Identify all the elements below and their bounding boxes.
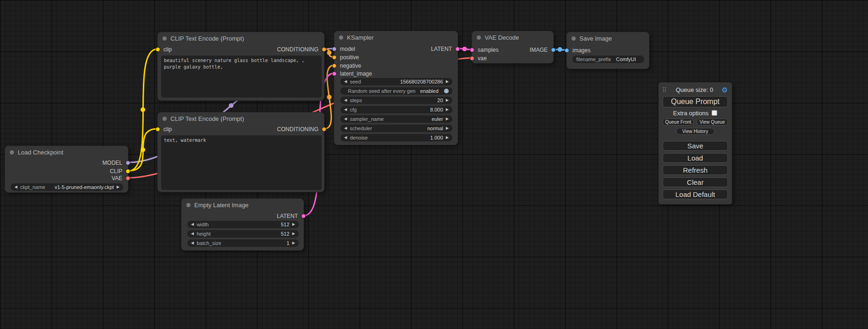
decrement-arrow-icon[interactable]: ◀ xyxy=(344,136,347,140)
node-title-bar[interactable]: CLIP Text Encode (Prompt) xyxy=(158,112,324,125)
load-button[interactable]: Load xyxy=(663,153,728,163)
widget-ckpt-name[interactable]: ◀ ckpt_name v1-5-pruned-emaonly.ckpt ▶ xyxy=(11,183,123,191)
node-save-image[interactable]: Save Image images filename_prefix ComfyU… xyxy=(566,32,649,69)
port-images-input[interactable]: images xyxy=(565,47,591,54)
port-positive-input[interactable]: positive xyxy=(332,54,359,61)
decrement-arrow-icon[interactable]: ◀ xyxy=(344,126,347,130)
image-port-dot[interactable] xyxy=(565,48,569,53)
increment-arrow-icon[interactable]: ▶ xyxy=(446,126,449,130)
latent-port-dot[interactable] xyxy=(301,214,306,218)
conditioning-port-dot[interactable] xyxy=(332,55,337,60)
node-empty-latent-image[interactable]: Empty Latent Image LATENT ◀ width 512 ▶ … xyxy=(181,198,304,251)
latent-port-dot[interactable] xyxy=(332,71,337,76)
node-title-bar[interactable]: KSampler xyxy=(334,31,458,43)
node-title-bar[interactable]: VAE Decode xyxy=(472,31,553,43)
node-ksampler[interactable]: KSampler model positive negative latent_… xyxy=(334,31,458,145)
image-port-dot[interactable] xyxy=(551,48,556,52)
save-button[interactable]: Save xyxy=(663,141,728,151)
increment-arrow-icon[interactable]: ▶ xyxy=(446,108,449,112)
decrement-arrow-icon[interactable]: ◀ xyxy=(344,117,347,121)
node-title-bar[interactable]: Load Checkpoint xyxy=(5,146,128,158)
widget-width[interactable]: ◀ width 512 ▶ xyxy=(187,221,299,228)
queue-prompt-button[interactable]: Queue Prompt xyxy=(663,96,728,107)
port-vae-input[interactable]: vae xyxy=(470,55,487,62)
node-vae-decode[interactable]: VAE Decode samples vae IMAGE xyxy=(472,31,554,63)
port-latent-output[interactable]: LATENT xyxy=(277,213,306,219)
increment-arrow-icon[interactable]: ▶ xyxy=(292,232,295,236)
node-clip-text-encode-positive[interactable]: CLIP Text Encode (Prompt) clip CONDITION… xyxy=(157,32,325,101)
decrement-arrow-icon[interactable]: ◀ xyxy=(191,232,194,236)
node-status-dot[interactable] xyxy=(572,36,576,41)
conditioning-port-dot[interactable] xyxy=(322,47,326,52)
node-title-bar[interactable]: Empty Latent Image xyxy=(182,199,303,211)
widget-cfg[interactable]: ◀ cfg 8.000 ▶ xyxy=(340,106,452,113)
view-queue-button[interactable]: View Queue xyxy=(697,119,728,126)
prompt-textarea[interactable]: beautiful scenery nature glass bottle la… xyxy=(161,56,322,98)
widget-sampler-name[interactable]: ◀ sampler_name euler ▶ xyxy=(340,115,452,123)
settings-gear-icon[interactable]: ⚙ xyxy=(722,86,728,93)
port-conditioning-output[interactable]: CONDITIONING xyxy=(277,126,326,133)
decrement-arrow-icon[interactable]: ◀ xyxy=(14,185,17,189)
conditioning-port-dot[interactable] xyxy=(322,127,326,132)
port-image-output[interactable]: IMAGE xyxy=(529,47,556,53)
node-status-dot[interactable] xyxy=(10,150,14,154)
decrement-arrow-icon[interactable]: ◀ xyxy=(191,223,194,226)
port-clip-input[interactable]: clip xyxy=(155,46,172,53)
port-model-input[interactable]: model xyxy=(332,46,355,52)
drag-handle-icon[interactable] xyxy=(663,87,667,92)
refresh-button[interactable]: Refresh xyxy=(663,165,728,175)
node-title-bar[interactable]: Save Image xyxy=(567,32,649,44)
clip-port-dot[interactable] xyxy=(155,127,160,132)
port-samples-input[interactable]: samples xyxy=(470,47,499,53)
port-latent-image-input[interactable]: latent_image xyxy=(332,70,372,77)
decrement-arrow-icon[interactable]: ◀ xyxy=(344,108,347,112)
node-status-dot[interactable] xyxy=(186,203,191,207)
widget-random-seed-toggle[interactable]: Random seed after every gen enabled xyxy=(340,87,452,95)
load-default-button[interactable]: Load Default xyxy=(663,189,728,199)
increment-arrow-icon[interactable]: ▶ xyxy=(446,136,449,140)
queue-front-button[interactable]: Queue Front xyxy=(663,119,694,126)
extra-options-checkbox[interactable] xyxy=(712,110,717,116)
node-status-dot[interactable] xyxy=(339,35,343,40)
node-canvas[interactable]: Load Checkpoint MODEL CLIP VAE ◀ ckpt_na… xyxy=(0,0,868,329)
increment-arrow-icon[interactable]: ▶ xyxy=(446,117,449,121)
port-vae-output[interactable]: VAE xyxy=(112,175,130,182)
clip-port-dot[interactable] xyxy=(126,169,130,174)
vae-port-dot[interactable] xyxy=(126,176,130,181)
widget-steps[interactable]: ◀ steps 20 ▶ xyxy=(340,97,452,104)
conditioning-port-dot[interactable] xyxy=(332,63,337,68)
port-model-output[interactable]: MODEL xyxy=(102,160,130,166)
node-status-dot[interactable] xyxy=(162,117,167,121)
port-negative-input[interactable]: negative xyxy=(332,63,361,69)
toggle-dot[interactable] xyxy=(444,89,449,93)
latent-port-dot[interactable] xyxy=(470,48,474,52)
node-load-checkpoint[interactable]: Load Checkpoint MODEL CLIP VAE ◀ ckpt_na… xyxy=(5,146,128,193)
decrement-arrow-icon[interactable]: ◀ xyxy=(344,80,347,84)
increment-arrow-icon[interactable]: ▶ xyxy=(292,241,295,245)
increment-arrow-icon[interactable]: ▶ xyxy=(446,80,449,84)
port-clip-output[interactable]: CLIP xyxy=(110,168,130,175)
node-clip-text-encode-negative[interactable]: CLIP Text Encode (Prompt) clip CONDITION… xyxy=(157,112,325,192)
widget-scheduler[interactable]: ◀ scheduler normal ▶ xyxy=(340,125,452,132)
model-port-dot[interactable] xyxy=(126,161,130,165)
clear-button[interactable]: Clear xyxy=(663,177,728,187)
widget-height[interactable]: ◀ height 512 ▶ xyxy=(187,230,299,238)
model-port-dot[interactable] xyxy=(332,47,337,51)
widget-filename-prefix[interactable]: filename_prefix ComfyUI xyxy=(572,56,644,63)
increment-arrow-icon[interactable]: ▶ xyxy=(117,185,120,189)
increment-arrow-icon[interactable]: ▶ xyxy=(446,98,449,102)
widget-seed[interactable]: ◀ seed 156680208700286 ▶ xyxy=(340,78,452,85)
prompt-textarea[interactable]: text, watermark xyxy=(161,135,322,190)
port-clip-input[interactable]: clip xyxy=(155,126,172,133)
clip-port-dot[interactable] xyxy=(155,47,160,52)
widget-batch-size[interactable]: ◀ batch_size 1 ▶ xyxy=(187,239,299,247)
latent-port-dot[interactable] xyxy=(455,47,460,51)
node-title-bar[interactable]: CLIP Text Encode (Prompt) xyxy=(158,32,324,44)
port-latent-output[interactable]: LATENT xyxy=(431,46,460,52)
widget-denoise[interactable]: ◀ denoise 1.000 ▶ xyxy=(340,134,452,141)
increment-arrow-icon[interactable]: ▶ xyxy=(292,223,295,226)
port-conditioning-output[interactable]: CONDITIONING xyxy=(277,46,326,53)
node-status-dot[interactable] xyxy=(162,36,167,41)
node-status-dot[interactable] xyxy=(477,35,481,40)
vae-port-dot[interactable] xyxy=(470,56,474,61)
